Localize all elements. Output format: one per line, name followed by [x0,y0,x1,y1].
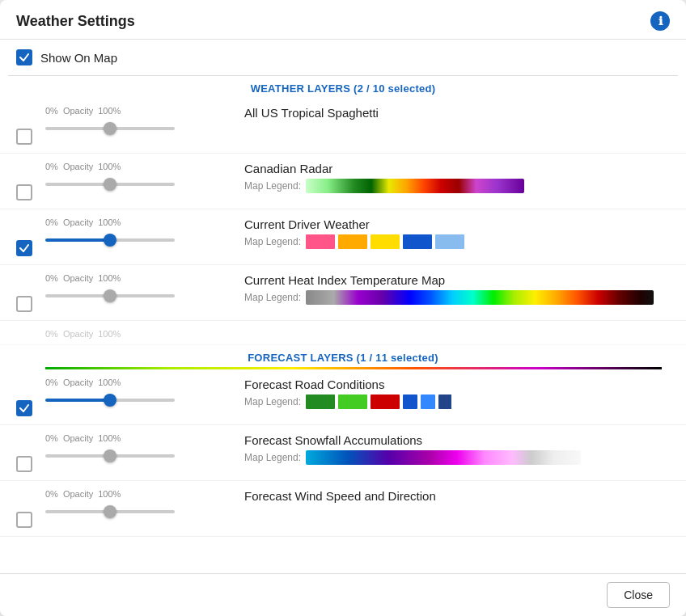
layer-name-canadian: Canadian Radar [244,162,662,175]
svg-rect-3 [371,234,400,249]
layer-row-heat: 0% Opacity 100% Current Heat Index Tempe… [0,265,686,321]
layer-name-driver: Current Driver Weather [244,217,662,231]
map-legend-row-driver: Map Legend: [244,234,662,249]
opacity-max-h: 100% [98,273,121,283]
map-legend-label-snow: Map Legend: [244,452,301,463]
opacity-slider-snow[interactable] [45,454,175,458]
layer-left-canadian: 0% Opacity 100% [45,162,231,189]
opacity-min: 0% [45,106,58,116]
layer-right-heat: Current Heat Index Temperature Map Map L… [231,273,662,305]
layer-row-wind: 0% Opacity 100% Forecast Wind Speed and … [0,481,686,537]
svg-rect-13 [306,450,581,465]
layer-checkbox-wind[interactable] [16,512,32,528]
layer-checkbox-tropical[interactable] [16,129,32,145]
layer-checkbox-canadian[interactable] [16,184,32,200]
slider-wrap-canadian [45,175,175,189]
svg-rect-9 [371,394,400,409]
legend-bar-canadian [306,179,524,193]
svg-rect-5 [435,234,464,249]
layer-left-heat: 0% Opacity 100% [45,273,231,301]
layer-checkbox-driver[interactable] [16,240,32,256]
layer-name-heat: Current Heat Index Temperature Map [244,273,662,287]
layer-checkbox-col-cut [16,329,45,345]
svg-rect-7 [306,394,335,409]
opacity-slider-heat[interactable] [45,294,175,297]
opacity-label: Opacity [63,106,93,116]
layer-checkbox-col [16,106,45,145]
opacity-row-snow: 0% Opacity 100% [45,433,231,443]
show-on-map-row: Show On Map [0,40,686,75]
layers-scroll-area[interactable]: WEATHER LAYERS (2 / 10 selected) 0% Opac… [0,76,686,573]
layer-checkbox-snow[interactable] [16,456,32,472]
opacity-row-heat: 0% Opacity 100% [45,273,231,283]
weather-section-header: WEATHER LAYERS (2 / 10 selected) [0,76,686,98]
layer-left-tropical: 0% Opacity 100% [45,106,231,133]
map-legend-label-canadian: Map Legend: [244,180,301,192]
close-button[interactable]: Close [607,582,670,608]
opacity-label-r: Opacity [63,378,93,387]
panel-title: Weather Settings [16,13,135,30]
weather-settings-panel: Weather Settings ℹ Show On Map WEATHER L… [0,0,686,616]
slider-wrap-snow [45,446,175,461]
layer-right-road: Forecast Road Conditions Map Legend: [231,378,662,409]
opacity-slider-wind[interactable] [45,510,175,513]
opacity-row-wind: 0% Opacity 100% [45,489,231,499]
opacity-slider-driver[interactable] [45,238,175,242]
layer-left-cut: 0% Opacity 100% [45,329,231,339]
opacity-max-d: 100% [98,217,121,227]
opacity-min-r: 0% [45,378,58,387]
map-legend-row-canadian: Map Legend: [244,179,662,193]
legend-bar-snow [306,450,581,465]
opacity-min-w: 0% [45,489,58,499]
layer-checkbox-col-canadian [16,162,45,200]
show-on-map-checkbox[interactable] [16,49,32,65]
layer-row-canadian: 0% Opacity 100% Canadian Radar Map Legen… [0,154,686,209]
opacity-label-h: Opacity [63,273,93,283]
svg-rect-8 [338,394,367,409]
opacity-min-cut: 0% [45,329,58,339]
layer-name-wind: Forecast Wind Speed and Direction [244,489,662,503]
opacity-slider-tropical[interactable] [45,127,175,130]
layer-right-snow: Forecast Snowfall Accumulations Map Lege… [231,433,662,465]
layer-row-cutoff: 0% Opacity 100% [0,321,686,345]
layer-right-tropical: All US Tropical Spaghetti [231,106,662,123]
opacity-max-w: 100% [98,489,121,499]
opacity-label-d: Opacity [63,217,93,227]
layer-row-driver: 0% Opacity 100% Current Driver Weather M… [0,209,686,265]
map-legend-label-driver: Map Legend: [244,236,301,247]
slider-wrap-driver [45,230,175,245]
layer-checkbox-heat[interactable] [16,296,32,312]
opacity-min-h: 0% [45,273,58,283]
layer-right-canadian: Canadian Radar Map Legend: [231,162,662,193]
opacity-max-c: 100% [98,162,121,171]
info-icon[interactable]: ℹ [650,11,670,31]
svg-rect-10 [403,394,417,409]
layer-row: 0% Opacity 100% All US Tropical Spaghett… [0,98,686,154]
layer-name-snow: Forecast Snowfall Accumulations [244,433,662,447]
opacity-slider-canadian[interactable] [45,183,175,186]
opacity-row-driver: 0% Opacity 100% [45,217,231,227]
layer-checkbox-col-snow [16,433,45,472]
layer-name-road: Forecast Road Conditions [244,378,662,391]
layer-checkbox-road[interactable] [16,400,32,416]
layer-checkbox-col-wind [16,489,45,528]
layer-name-tropical: All US Tropical Spaghetti [244,106,662,120]
opacity-max-s: 100% [98,433,121,443]
opacity-min-s: 0% [45,433,58,443]
svg-rect-12 [438,394,451,409]
legend-bar-heat [306,290,654,305]
svg-rect-6 [306,290,654,305]
layer-row-snow: 0% Opacity 100% Forecast Snowfall Accumu… [0,425,686,481]
opacity-label-w: Opacity [63,489,93,499]
layer-right-driver: Current Driver Weather Map Legend: [231,217,662,249]
layer-row-road: 0% Opacity 100% Forecast Road Conditions… [0,369,686,425]
opacity-max: 100% [98,106,121,116]
map-legend-label-heat: Map Legend: [244,292,301,303]
opacity-slider-road[interactable] [45,399,175,402]
map-legend-label-road: Map Legend: [244,396,301,407]
svg-rect-0 [306,179,524,193]
svg-rect-11 [421,394,435,409]
opacity-min-d: 0% [45,217,58,227]
opacity-max-r: 100% [98,378,121,387]
slider-wrap-heat [45,286,175,301]
